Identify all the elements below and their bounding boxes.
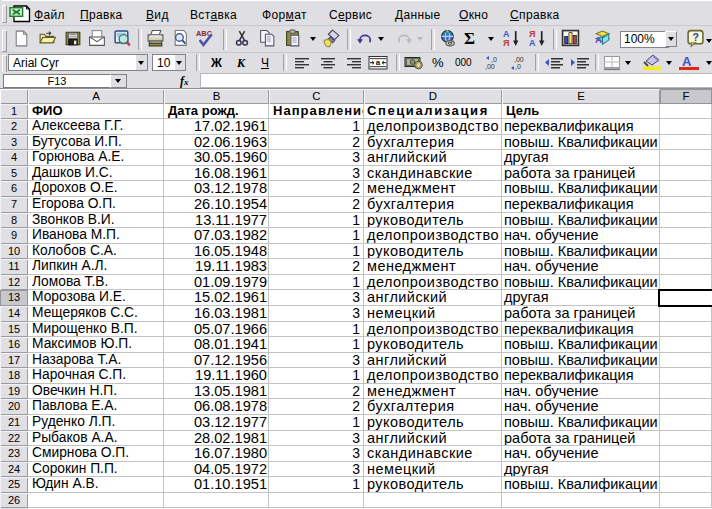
svg-text:a: a bbox=[376, 58, 381, 67]
svg-text:?: ? bbox=[693, 31, 699, 43]
svg-text:Я: Я bbox=[503, 38, 509, 48]
svg-text:А: А bbox=[529, 38, 536, 48]
svg-text:A: A bbox=[595, 34, 602, 45]
svg-text:,00: ,00 bbox=[514, 56, 524, 63]
svg-text:,00: ,00 bbox=[485, 63, 495, 70]
svg-text:Σ: Σ bbox=[464, 29, 475, 48]
svg-text:,0: ,0 bbox=[491, 56, 497, 63]
svg-text:,0: ,0 bbox=[515, 63, 521, 70]
